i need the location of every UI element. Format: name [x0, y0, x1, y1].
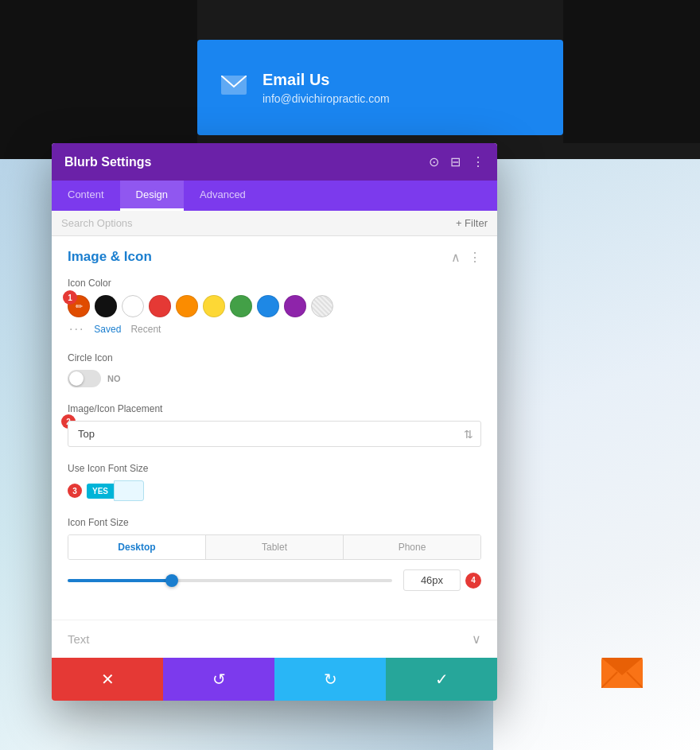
- circle-icon-toggle-row: NO: [68, 370, 481, 387]
- undo-button[interactable]: ↺: [163, 658, 274, 701]
- circle-icon-toggle[interactable]: [68, 370, 101, 387]
- color-swatch-yellow[interactable]: [203, 295, 225, 317]
- badge-one: 1: [63, 290, 77, 305]
- email-card-address: info@divichiropractic.com: [262, 92, 390, 105]
- icon-font-size-group: Icon Font Size Desktop Tablet Phone 4: [68, 517, 481, 591]
- section-title: Image & Icon: [68, 249, 152, 265]
- slider-fill: [68, 579, 172, 582]
- color-swatch-active-wrapper: ✏ 1: [68, 295, 90, 317]
- save-button[interactable]: ✓: [386, 658, 497, 701]
- blurb-settings-modal: Blurb Settings ⊙ ⊟ ⋮ Content Design Adva…: [52, 143, 497, 701]
- filter-label: + Filter: [456, 217, 488, 229]
- undo-icon: ↺: [212, 670, 226, 689]
- slider-value-wrap: 4: [403, 569, 481, 591]
- use-icon-font-size-label: Use Icon Font Size: [68, 463, 481, 474]
- placement-group: Image/Icon Placement 2 Top Bottom Left R…: [68, 403, 481, 447]
- color-swatch-black[interactable]: [95, 295, 117, 317]
- icon-color-label: Icon Color: [68, 278, 481, 289]
- redo-button[interactable]: ↻: [274, 658, 386, 701]
- device-tab-phone[interactable]: Phone: [344, 535, 480, 559]
- save-icon: ✓: [435, 670, 449, 689]
- badge-four: 4: [465, 573, 481, 589]
- tab-design[interactable]: Design: [120, 181, 184, 211]
- font-size-slider-track[interactable]: [68, 579, 392, 582]
- bg-black-top-left: [0, 0, 197, 159]
- color-swatch-purple[interactable]: [284, 295, 306, 317]
- font-size-slider-row: 4: [68, 569, 481, 591]
- color-swatch-blue[interactable]: [257, 295, 279, 317]
- device-tab-tablet[interactable]: Tablet: [206, 535, 344, 559]
- columns-icon[interactable]: ⊟: [450, 154, 461, 169]
- color-swatch-orange-2[interactable]: [176, 295, 198, 317]
- text-section-chevron: ∨: [472, 631, 481, 647]
- filter-button[interactable]: + Filter: [456, 217, 488, 229]
- placement-select[interactable]: Top Bottom Left Right: [68, 421, 481, 447]
- redo-icon: ↻: [324, 670, 337, 689]
- cancel-button[interactable]: ✕: [52, 658, 163, 701]
- search-placeholder: Search Options: [61, 217, 133, 229]
- edit-pencil-icon: ✏: [76, 301, 83, 312]
- slider-thumb[interactable]: [165, 574, 178, 587]
- section-controls: ∧ ⋮: [451, 250, 481, 265]
- focus-icon[interactable]: ⊙: [429, 154, 439, 169]
- badge-three: 3: [68, 484, 82, 498]
- placement-select-wrapper: 2 Top Bottom Left Right ⇅: [68, 421, 481, 447]
- color-swatch-red[interactable]: [149, 295, 171, 317]
- section-header: Image & Icon ∧ ⋮: [68, 249, 481, 265]
- modal-header: Blurb Settings ⊙ ⊟ ⋮: [52, 143, 497, 181]
- more-swatches-icon[interactable]: ···: [69, 322, 84, 336]
- slider-value-input[interactable]: [403, 569, 461, 591]
- search-bar: Search Options + Filter: [52, 211, 497, 236]
- yes-toggle-wrap: 3 YES: [68, 480, 481, 501]
- yes-label: YES: [87, 484, 114, 499]
- color-swatch-striped[interactable]: [311, 295, 333, 317]
- modal-tabs: Content Design Advanced: [52, 181, 497, 211]
- yes-toggle[interactable]: YES: [87, 480, 144, 501]
- device-tab-desktop[interactable]: Desktop: [68, 535, 206, 559]
- use-icon-font-size-group: Use Icon Font Size 3 YES: [68, 463, 481, 501]
- section-more-icon[interactable]: ⋮: [469, 250, 481, 265]
- circle-icon-toggle-label: NO: [107, 374, 121, 383]
- email-card-text: Email Us info@divichiropractic.com: [262, 71, 390, 105]
- device-tabs: Desktop Tablet Phone: [68, 534, 481, 560]
- placement-label: Image/Icon Placement: [68, 403, 481, 414]
- circle-icon-label: Circle Icon: [68, 352, 481, 363]
- email-card: Email Us info@divichiropractic.com: [197, 40, 563, 135]
- email-card-title: Email Us: [262, 71, 390, 89]
- yes-toggle-box[interactable]: [114, 480, 144, 501]
- circle-icon-group: Circle Icon NO: [68, 352, 481, 387]
- search-input-wrap[interactable]: Search Options: [61, 217, 456, 229]
- color-swatches-row: ✏ 1: [68, 295, 481, 317]
- tab-content[interactable]: Content: [52, 181, 120, 211]
- background-photo-overlay: [493, 159, 700, 750]
- saved-link[interactable]: Saved: [94, 324, 121, 335]
- bg-black-top-right: [563, 0, 700, 143]
- text-section-label: Text: [68, 632, 90, 646]
- color-swatch-green[interactable]: [230, 295, 252, 317]
- collapse-icon[interactable]: ∧: [451, 250, 461, 265]
- color-saved-recent-row: ··· Saved Recent: [69, 322, 481, 336]
- icon-font-size-label: Icon Font Size: [68, 517, 481, 528]
- placement-dropdown-wrap: Top Bottom Left Right ⇅: [68, 421, 481, 447]
- recent-link[interactable]: Recent: [130, 324, 161, 335]
- email-card-icon: [221, 75, 247, 100]
- color-swatch-white[interactable]: [122, 295, 144, 317]
- modal-title: Blurb Settings: [64, 155, 151, 169]
- modal-content: Image & Icon ∧ ⋮ Icon Color ✏ 1: [52, 236, 497, 620]
- tab-advanced[interactable]: Advanced: [184, 181, 262, 211]
- circle-icon-toggle-knob: [69, 371, 84, 386]
- modal-header-icons: ⊙ ⊟ ⋮: [429, 154, 484, 169]
- orange-envelope-icon: [601, 658, 643, 688]
- cancel-icon: ✕: [101, 670, 115, 689]
- more-icon[interactable]: ⋮: [472, 154, 484, 169]
- icon-color-group: Icon Color ✏ 1 ··: [68, 278, 481, 336]
- modal-footer: ✕ ↺ ↻ ✓: [52, 658, 497, 701]
- text-section-collapsed[interactable]: Text ∨: [52, 620, 497, 658]
